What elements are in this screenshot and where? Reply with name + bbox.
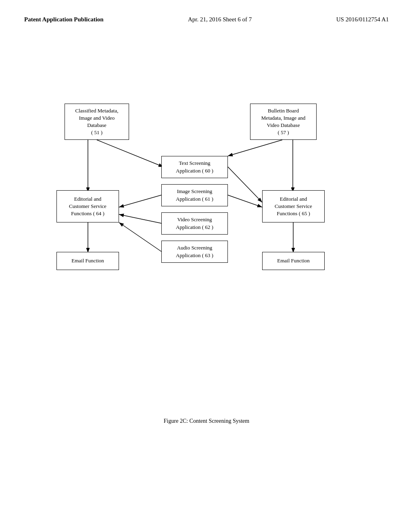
- classified-db-label: Classified Metadata,Image and VideoDatab…: [75, 107, 119, 137]
- page: Patent Application Publication Apr. 21, …: [0, 0, 413, 532]
- video-screening-label: Video ScreeningApplication ( 62 ): [176, 216, 213, 231]
- audio-screening-label: Audio ScreeningApplication ( 63 ): [176, 244, 213, 259]
- email-right-box: Email Function: [262, 252, 325, 270]
- audio-screening-box: Audio ScreeningApplication ( 63 ): [161, 241, 228, 263]
- svg-line-10: [119, 222, 161, 251]
- image-screening-label: Image ScreeningApplication ( 61 ): [176, 188, 213, 202]
- text-screening-box: Text ScreeningApplication ( 60 ): [161, 156, 228, 178]
- svg-line-4: [228, 140, 282, 156]
- image-screening-box: Image ScreeningApplication ( 61 ): [161, 184, 228, 206]
- header-center: Apr. 21, 2016 Sheet 6 of 7: [188, 16, 252, 23]
- editorial-left-box: Editorial andCustomer ServiceFunctions (…: [56, 190, 119, 222]
- editorial-right-box: Editorial andCustomer ServiceFunctions (…: [262, 190, 325, 222]
- header-right: US 2016/0112754 A1: [336, 16, 389, 23]
- figure-caption: Figure 2C: Content Screening System: [24, 418, 389, 424]
- video-screening-box: Video ScreeningApplication ( 62 ): [161, 212, 228, 235]
- email-right-label: Email Function: [277, 257, 310, 264]
- email-left-box: Email Function: [56, 252, 119, 270]
- email-left-label: Email Function: [71, 257, 104, 264]
- svg-line-2: [97, 140, 163, 167]
- diagram-area: Classified Metadata,Image and VideoDatab…: [24, 104, 389, 386]
- svg-line-9: [119, 214, 161, 223]
- header-left: Patent Application Publication: [24, 16, 104, 23]
- bulletin-db-label: Bulletin BoardMetadata, Image andVideo D…: [261, 107, 305, 137]
- bulletin-db-box: Bulletin BoardMetadata, Image andVideo D…: [250, 104, 317, 140]
- classified-db-box: Classified Metadata,Image and VideoDatab…: [65, 104, 129, 140]
- text-screening-label: Text ScreeningApplication ( 60 ): [176, 160, 213, 174]
- editorial-left-label: Editorial andCustomer ServiceFunctions (…: [69, 195, 106, 218]
- editorial-right-label: Editorial andCustomer ServiceFunctions (…: [275, 195, 312, 218]
- page-header: Patent Application Publication Apr. 21, …: [24, 16, 389, 23]
- svg-line-7: [119, 195, 161, 207]
